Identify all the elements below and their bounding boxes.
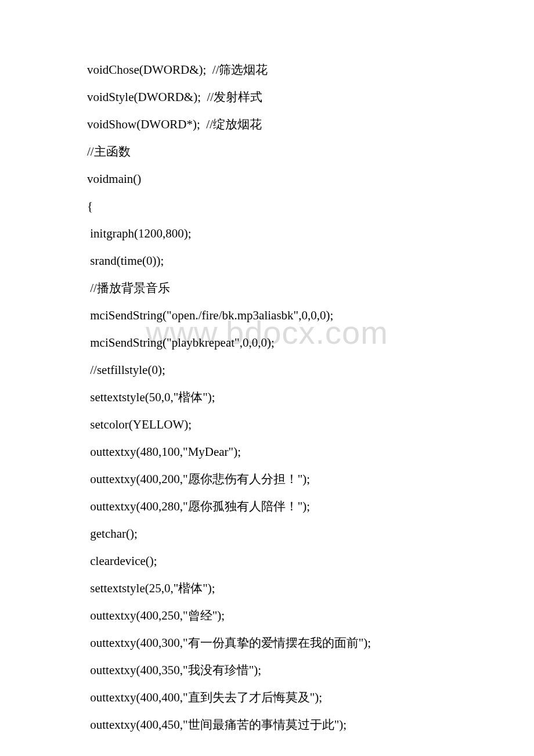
- code-line: cleardevice();: [87, 555, 447, 567]
- document-page: www.bdocx.com voidChose(DWORD&); //筛选烟花v…: [0, 0, 534, 756]
- code-line: setcolor(YELLOW);: [87, 419, 447, 431]
- code-line: outtextxy(400,250,"曾经");: [87, 610, 447, 622]
- code-line: voidStyle(DWORD&); //发射样式: [87, 91, 447, 103]
- code-line: outtextxy(400,400,"直到失去了才后悔莫及");: [87, 692, 447, 704]
- code-line: outtextxy(400,200,"愿你悲伤有人分担！");: [87, 473, 447, 485]
- code-line: settextstyle(50,0,"楷体");: [87, 391, 447, 404]
- code-line: settextstyle(25,0,"楷体");: [87, 582, 447, 595]
- code-line: outtextxy(400,450,"世间最痛苦的事情莫过于此");: [87, 719, 447, 731]
- code-block: voidChose(DWORD&); //筛选烟花voidStyle(DWORD…: [87, 64, 447, 731]
- code-line: //主函数: [87, 146, 447, 158]
- code-line: voidmain(): [87, 173, 447, 185]
- code-line: outtextxy(400,350,"我没有珍惜");: [87, 664, 447, 676]
- code-line: srand(time(0));: [87, 255, 447, 267]
- code-line: //播放背景音乐: [87, 282, 447, 294]
- code-line: //setfillstyle(0);: [87, 364, 447, 376]
- code-line: outtextxy(400,300,"有一份真挚的爱情摆在我的面前");: [87, 637, 447, 649]
- code-line: getchar();: [87, 528, 447, 540]
- code-line: mciSendString("playbkrepeat",0,0,0);: [87, 337, 447, 349]
- code-line: {: [87, 200, 447, 213]
- code-line: voidShow(DWORD*); //绽放烟花: [87, 118, 447, 131]
- code-line: mciSendString("open./fire/bk.mp3aliasbk"…: [87, 309, 447, 322]
- code-line: outtextxy(480,100,"MyDear");: [87, 446, 447, 458]
- code-line: outtextxy(400,280,"愿你孤独有人陪伴！");: [87, 501, 447, 513]
- code-line: voidChose(DWORD&); //筛选烟花: [87, 64, 447, 76]
- code-line: initgraph(1200,800);: [87, 228, 447, 240]
